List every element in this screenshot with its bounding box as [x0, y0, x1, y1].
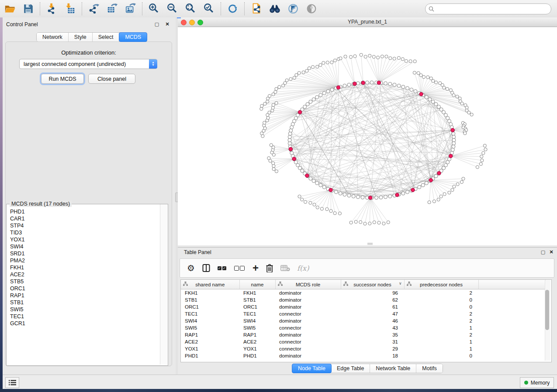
- graph-leaf-node[interactable]: [319, 63, 322, 66]
- select-all-columns-icon[interactable]: ✓✓: [218, 266, 227, 270]
- graph-node[interactable]: [388, 195, 392, 198]
- graph-node[interactable]: [406, 190, 409, 194]
- table-cell[interactable]: 1: [404, 324, 478, 331]
- graph-leaf-node[interactable]: [448, 191, 451, 194]
- graph-leaf-node[interactable]: [467, 111, 471, 114]
- table-cell[interactable]: ORC1: [239, 303, 275, 310]
- graph-hub-node[interactable]: [336, 86, 340, 89]
- graph-leaf-node[interactable]: [266, 100, 269, 103]
- graph-leaf-node[interactable]: [260, 104, 263, 107]
- show-columns-icon[interactable]: [202, 264, 211, 272]
- export-table-icon[interactable]: [106, 2, 119, 15]
- graph-leaf-node[interactable]: [309, 201, 312, 204]
- graph-node[interactable]: [343, 84, 346, 87]
- graph-leaf-node[interactable]: [329, 210, 332, 213]
- mcds-result-item[interactable]: SWI4: [7, 243, 155, 250]
- graph-node[interactable]: [289, 129, 293, 132]
- graph-node[interactable]: [315, 181, 319, 185]
- graph-leaf-node[interactable]: [382, 222, 385, 225]
- graph-leaf-node[interactable]: [316, 65, 319, 68]
- graph-leaf-node[interactable]: [266, 116, 270, 119]
- graph-leaf-node[interactable]: [272, 103, 275, 107]
- graph-leaf-node[interactable]: [381, 55, 384, 58]
- graph-node[interactable]: [339, 192, 342, 195]
- table-cell[interactable]: dominator: [275, 303, 341, 310]
- graph-leaf-node[interactable]: [483, 144, 486, 147]
- graph-leaf-node[interactable]: [453, 185, 456, 188]
- graph-leaf-node[interactable]: [413, 60, 416, 63]
- mcds-result-item[interactable]: YOX1: [7, 236, 155, 243]
- graph-node[interactable]: [361, 196, 364, 199]
- table-cell[interactable]: TEC1: [181, 310, 239, 317]
- table-cell[interactable]: ACE2: [181, 338, 239, 345]
- run-mcds-button[interactable]: Run MCDS: [41, 74, 84, 84]
- graph-node[interactable]: [330, 88, 334, 92]
- graph-leaf-node[interactable]: [368, 222, 371, 225]
- graph-leaf-node[interactable]: [413, 71, 416, 74]
- show-graphics-details-icon[interactable]: [305, 2, 318, 15]
- graph-leaf-node[interactable]: [349, 55, 353, 58]
- graph-node[interactable]: [334, 190, 338, 194]
- graph-leaf-node[interactable]: [480, 155, 483, 158]
- zoom-selected-icon[interactable]: [203, 2, 216, 15]
- graph-node[interactable]: [418, 186, 421, 189]
- graph-node[interactable]: [425, 96, 428, 99]
- graph-hub-node[interactable]: [437, 171, 441, 175]
- graph-leaf-node[interactable]: [270, 144, 273, 147]
- graph-leaf-node[interactable]: [435, 81, 438, 84]
- graph-leaf-node[interactable]: [389, 57, 392, 60]
- graph-leaf-node[interactable]: [268, 111, 271, 114]
- tab-network[interactable]: Network: [37, 33, 69, 41]
- graph-leaf-node[interactable]: [344, 55, 347, 58]
- table-cell[interactable]: 2: [404, 317, 478, 324]
- table-cell[interactable]: dominator: [275, 317, 341, 324]
- table-cell[interactable]: SWI4: [181, 317, 239, 324]
- graph-node[interactable]: [452, 138, 456, 142]
- graph-leaf-node[interactable]: [484, 148, 487, 151]
- graph-leaf-node[interactable]: [311, 65, 315, 69]
- graph-leaf-node[interactable]: [320, 207, 323, 210]
- column-header-shared-name[interactable]: shared name: [181, 280, 239, 289]
- graph-leaf-node[interactable]: [272, 165, 275, 168]
- table-cell[interactable]: 96: [341, 289, 404, 297]
- graph-leaf-node[interactable]: [305, 69, 308, 72]
- graph-leaf-node[interactable]: [260, 107, 263, 110]
- graph-leaf-node[interactable]: [275, 87, 278, 90]
- graph-leaf-node[interactable]: [333, 59, 336, 62]
- tab-select[interactable]: Select: [93, 33, 120, 41]
- table-row[interactable]: PHD1PHD1dominator180: [181, 352, 545, 359]
- graph-leaf-node[interactable]: [456, 182, 459, 186]
- graph-hub-node[interactable]: [451, 128, 455, 132]
- graph-node[interactable]: [379, 196, 383, 199]
- save-session-icon[interactable]: [22, 2, 35, 15]
- table-cell[interactable]: 35: [341, 331, 404, 338]
- graph-node[interactable]: [370, 81, 374, 84]
- table-row[interactable]: TEC1TEC1connector472: [181, 310, 545, 317]
- graph-node[interactable]: [356, 195, 360, 199]
- graph-leaf-node[interactable]: [476, 165, 479, 168]
- graph-node[interactable]: [315, 96, 319, 99]
- graph-node[interactable]: [410, 88, 413, 92]
- graph-leaf-node[interactable]: [452, 94, 455, 97]
- mcds-result-item[interactable]: PMA2: [7, 257, 155, 264]
- close-panel-button[interactable]: Close panel: [88, 74, 135, 84]
- graph-hub-node[interactable]: [353, 82, 357, 86]
- graph-leaf-node[interactable]: [417, 72, 420, 75]
- mcds-result-item[interactable]: CAR1: [7, 215, 155, 222]
- table-cell[interactable]: FKH1: [181, 289, 239, 297]
- graph-node[interactable]: [414, 89, 417, 93]
- mcds-result-item[interactable]: SWI5: [7, 306, 155, 313]
- graph-leaf-node[interactable]: [298, 195, 301, 198]
- column-header-name[interactable]: name: [239, 280, 275, 289]
- graph-node[interactable]: [434, 103, 438, 106]
- mcds-result-item[interactable]: ORC1: [7, 285, 155, 292]
- graph-leaf-node[interactable]: [422, 76, 425, 79]
- graph-node[interactable]: [303, 105, 307, 109]
- graph-leaf-node[interactable]: [353, 55, 356, 58]
- graph-leaf-node[interactable]: [272, 168, 275, 171]
- graph-node[interactable]: [451, 148, 454, 151]
- table-cell[interactable]: YOX1: [181, 345, 239, 352]
- graph-leaf-node[interactable]: [293, 76, 296, 79]
- graph-hub-node[interactable]: [395, 193, 399, 197]
- graph-leaf-node[interactable]: [432, 200, 436, 203]
